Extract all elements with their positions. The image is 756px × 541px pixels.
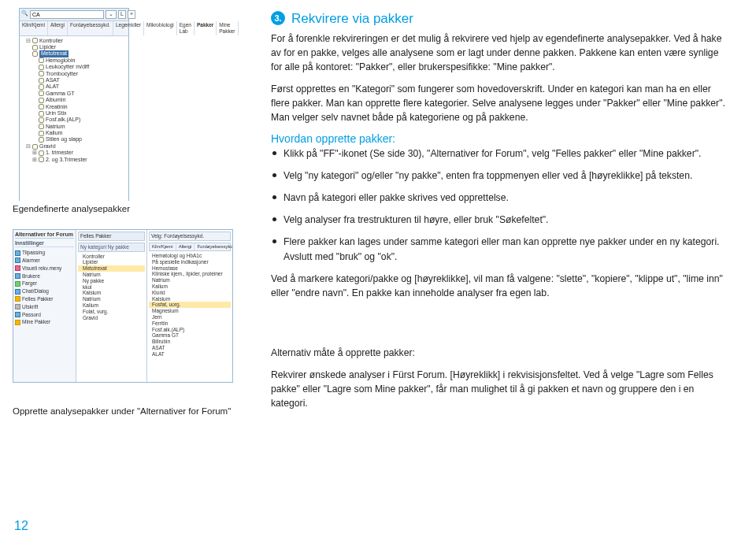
mid-header: Felles Pakker xyxy=(78,232,145,241)
mini2-mid-node: Natrium xyxy=(78,272,145,278)
second-paragraph: Først opprettes en "Kategori" som funger… xyxy=(271,82,728,124)
mini2-mid-node: Lipider xyxy=(78,259,145,265)
mini2-right-node: Fosfat, uorg. xyxy=(149,302,231,308)
mini2-right-node: Hematologi og HbA1c xyxy=(149,253,231,259)
mini1-tree-node: Stilen og slapp xyxy=(23,136,127,143)
mini2-side-item: Passord xyxy=(15,311,74,319)
screenshot-alternativer-forum: Alternativer for Forum InnstillingerTilp… xyxy=(13,229,233,383)
mini1-tree-node: Kreatinin xyxy=(23,104,127,110)
mini1-tree-node: Hemoglobin xyxy=(23,57,127,64)
mini1-tree-node: Trombocytter xyxy=(23,71,127,77)
mid-toolbar: Ny kategori Ny pakke xyxy=(78,243,145,252)
howto-bullet-list: Klikk på "FF"-ikonet (Se side 30), "Alte… xyxy=(271,146,728,263)
mini2-right-node: På spesielle indikasjoner xyxy=(149,259,231,265)
screenshot-analysis-packages: 🔍 ⌄ L + Klin/KjemiAllergiFordøyelsessykd… xyxy=(19,8,129,201)
mini2-right-tab: Klin/Kjemi xyxy=(150,243,176,250)
bullet-item: Flere pakker kan lages under samme kateg… xyxy=(271,235,728,263)
mini2-right-node: ALAT xyxy=(149,351,231,358)
mini2-right-node: Bilirubin xyxy=(149,339,231,345)
mini2-side-item: Mine Pakker xyxy=(15,318,74,326)
mini1-tab: Fordøyelsessykd. xyxy=(68,21,113,35)
mini1-tree-node: Leukocytter m/diff xyxy=(23,64,127,70)
mini1-tree-node: Metotrexat xyxy=(23,50,127,57)
right-search: Velg: Fordøyelsessykd. xyxy=(149,232,231,241)
mini1-tree-node: 1. trimester xyxy=(23,150,127,156)
mini2-side-item: Utskrift xyxy=(15,303,74,311)
mini2-mid-node: Metotrexat xyxy=(78,265,145,272)
howto-heading: Hvordan opprette pakker: xyxy=(271,132,728,145)
mini2-side-item: Felles Pakker xyxy=(15,295,74,303)
intro-paragraph: For å forenkle rekvireringen er det muli… xyxy=(271,31,728,74)
mini2-side-item: Visuell rekv.meny xyxy=(15,265,74,272)
after-bullets-paragraph: Ved å markere kategori/pakke og [høyrekl… xyxy=(271,272,728,300)
bullet-item: Velg analyser fra trestrukturen til høyr… xyxy=(271,213,728,227)
mini1-tree-node: Gravid xyxy=(23,143,127,150)
mini1-tab: Klin/Kjemi xyxy=(20,21,48,35)
section-headline: Rekvirere via pakker xyxy=(291,11,413,27)
mini1-tree-node: Gamma GT xyxy=(23,91,127,97)
mini2-right-node: Fosf.alk.(ALP) xyxy=(149,327,231,333)
mini2-side-item: Tilpassing xyxy=(15,249,74,257)
mini2-mid-node: Kalium xyxy=(78,302,145,309)
mini2-right-node: Gamma GT xyxy=(149,332,231,339)
step-number-badge: 3. xyxy=(271,11,285,25)
mini2-right-node: Natrium xyxy=(149,277,231,283)
mini2-side-item: Brukere xyxy=(15,272,74,280)
mini1-tree-node: Albumin xyxy=(23,97,127,103)
mini1-tree-node: Natrium xyxy=(23,124,127,130)
caption-egendefinerte: Egendefinerte analysepakker xyxy=(13,204,249,213)
mini1-tree-node: Lipider xyxy=(23,44,127,50)
mini2-mid-node: kkol xyxy=(78,284,145,291)
alt-paragraph: Rekvirer ønskede analyser i Fürst Forum.… xyxy=(271,368,728,410)
mini2-right-node: Kalium xyxy=(149,283,231,290)
mini2-right-node: Magnesium xyxy=(149,308,231,314)
mini2-mid-node: Gravid xyxy=(78,315,145,321)
mini1-tree-node: Urin Stix xyxy=(23,110,127,117)
mini1-tree-node: Fosf.alk.(ALP) xyxy=(23,117,127,123)
mini1-tree-node: 2. og 3.Trimester xyxy=(23,157,127,163)
mini2-right-node: Kalsium xyxy=(149,296,231,302)
mini2-mid-node: Kalsium xyxy=(78,290,145,296)
mini1-tab: Mine Pakker xyxy=(217,21,238,35)
mini1-tab: Egen Lab xyxy=(177,21,195,35)
mini1-search xyxy=(30,10,104,19)
bullet-item: Klikk på "FF"-ikonet (Se side 30), "Alte… xyxy=(271,146,728,161)
mini1-tab: Mikrobiologi xyxy=(144,21,177,35)
bullet-item: Navn på kategori eller pakke skrives ved… xyxy=(271,191,728,205)
mini1-tab: Pakker xyxy=(195,21,217,35)
mini2-right-node: Hemostase xyxy=(149,265,231,272)
mini1-tree-node: ASAT xyxy=(23,77,127,83)
mini2-mid-node: Kontroller xyxy=(78,254,145,260)
caption-opprette: Opprette analysepakker under "Alternativ… xyxy=(13,406,249,416)
bullet-item: Velg "ny kategori" og/eller "ny pakke", … xyxy=(271,169,728,183)
mini2-right-tab: Fordøyelsessykd. xyxy=(195,243,232,250)
alt-heading: Alternativ måte å opprette pakker: xyxy=(271,346,728,360)
mini2-mid-node: Ny pakke xyxy=(78,278,145,284)
mini2-right-tab: Allergi xyxy=(176,243,195,250)
mini2-side-item: Farger xyxy=(15,280,74,287)
mini2-right-node: Klorid xyxy=(149,290,231,296)
mini2-right-node: ASAT xyxy=(149,345,231,351)
mini2-mid-node: Natrium xyxy=(78,296,145,302)
mini2-side-item: Alarmer xyxy=(15,257,74,265)
mini2-right-node: Jern xyxy=(149,314,231,321)
page-number: 12 xyxy=(14,519,28,533)
mini1-tree-node: ALAT xyxy=(23,83,127,90)
mini1-tab: Allergi xyxy=(48,21,68,35)
mini2-right-node: Kliniske kjem., lipider, proteiner xyxy=(149,271,231,277)
mini2-side-item: Chat/Dialog xyxy=(15,287,74,295)
mini1-tree-node: Kontroller xyxy=(23,38,127,44)
mini2-right-node: Ferritin xyxy=(149,321,231,327)
mini2-mid-node: Folat, vurg. xyxy=(78,309,145,315)
mini1-tab: Legemidler xyxy=(113,21,144,35)
mini1-tree-node: Kalium xyxy=(23,130,127,136)
